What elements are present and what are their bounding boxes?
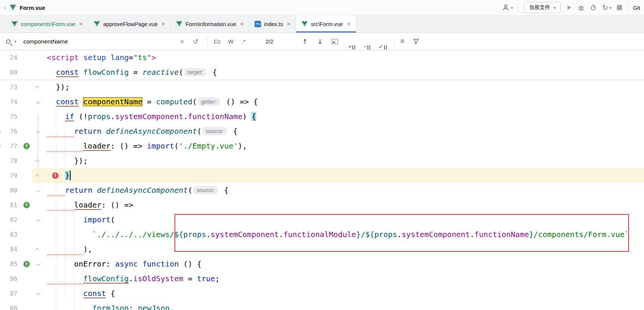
code-line-88[interactable]: 88 formJson: newJson, — [0, 301, 644, 310]
fold-end-icon[interactable] — [35, 248, 39, 252]
fold-collapse-icon[interactable] — [36, 261, 40, 265]
close-icon[interactable]: × — [162, 21, 165, 27]
run-configuration-selector[interactable]: 当前文件 ▾ — [524, 2, 561, 13]
code-line-80[interactable]: 80 return defineAsyncComponent(source: { — [0, 183, 644, 198]
green-arrow-gutter-icon[interactable]: ↑ — [23, 143, 30, 149]
search-in-selection-button[interactable] — [332, 33, 338, 50]
filter-search-button[interactable] — [413, 33, 419, 50]
rerun-button[interactable]: ↻ ▾ — [602, 4, 612, 11]
code-line-75[interactable]: 75 if (!props.systemComponent.functionNa… — [0, 109, 644, 124]
chevron-down-icon: ▾ — [610, 6, 612, 10]
gutter-edge-mark — [0, 109, 3, 124]
add-occurrence-button[interactable]: + — [348, 33, 355, 50]
profiler-button[interactable] — [590, 4, 597, 11]
line-number[interactable]: 77 — [3, 139, 20, 153]
filter-lines-button[interactable]: ≡ — [400, 33, 405, 50]
match-case-toggle[interactable]: Cc — [214, 33, 221, 50]
code-line-87[interactable]: 87 const { — [0, 286, 644, 301]
line-number[interactable]: 73 — [3, 80, 20, 95]
code-line-79[interactable]: 79 }! — [0, 168, 644, 183]
select-all-occurrences-button[interactable]: ✓ — [378, 33, 387, 50]
code-token: onError — [74, 259, 106, 268]
fold-end-icon[interactable] — [35, 174, 39, 178]
code-line-24[interactable]: 24<script setup lang="ts"> — [0, 50, 644, 65]
line-number[interactable]: 24 — [3, 50, 20, 65]
code-token: reactive — [142, 68, 179, 77]
fold-end-icon[interactable] — [35, 159, 39, 163]
tab-index.ts[interactable]: TSindex.ts× — [249, 16, 296, 33]
code-line-85[interactable]: 85↑ onError: async function () { — [0, 257, 644, 271]
gutter-edge-mark — [0, 286, 3, 301]
line-number[interactable]: 69 — [3, 65, 20, 80]
line-number[interactable]: 88 — [3, 301, 20, 310]
line-number[interactable]: 79 — [3, 168, 20, 183]
chevron-down-icon: ▾ — [554, 6, 556, 10]
stop-button[interactable] — [617, 5, 622, 10]
fold-collapse-icon[interactable] — [36, 99, 40, 103]
gutter-edge-mark — [0, 95, 3, 109]
close-icon[interactable]: × — [287, 21, 290, 27]
regex-toggle[interactable]: .* — [242, 33, 246, 50]
code-line-77[interactable]: 577↑ loader: () => import('./Empty.vue')… — [0, 139, 644, 153]
close-icon[interactable]: × — [240, 21, 244, 27]
annotation-red-box — [175, 214, 629, 252]
line-number[interactable]: 76 — [3, 124, 20, 139]
code-editor[interactable]: 24<script setup lang="ts">69 const flowC… — [0, 50, 644, 310]
fold-collapse-icon[interactable] — [36, 129, 40, 133]
code-token — [47, 127, 74, 136]
tab-components-form.vue[interactable]: components\Form.vue× — [6, 16, 88, 33]
code-text: const componentName = computed(getter: (… — [43, 95, 644, 109]
gutter-icon-cell — [20, 153, 32, 168]
tab-src-form.vue[interactable]: src\Form.vue× — [296, 16, 356, 33]
fold-collapse-icon[interactable] — [36, 291, 40, 295]
code-token: : () => — [111, 141, 147, 150]
line-number[interactable]: 85 — [3, 257, 20, 271]
clear-search-icon[interactable]: × — [180, 33, 184, 50]
whole-words-toggle[interactable]: W — [228, 33, 233, 50]
line-number[interactable]: 82 — [3, 212, 20, 227]
close-icon[interactable]: × — [79, 21, 83, 27]
line-number[interactable]: 74 — [3, 95, 20, 109]
code-line-86[interactable]: 86 flowConfig.isOldSystem = true; — [0, 271, 644, 286]
gutter-edge-mark — [0, 65, 3, 80]
tab-forminformation.vue[interactable]: FormInformation.vue× — [171, 16, 249, 33]
code-line-78[interactable]: 78 }); — [0, 153, 644, 168]
line-number[interactable]: 80 — [3, 183, 20, 198]
user-profile-button[interactable]: ▾ — [502, 4, 513, 11]
search-input[interactable]: componentName — [23, 33, 68, 50]
fold-collapse-icon[interactable] — [36, 188, 40, 192]
line-number[interactable]: 86 — [3, 271, 20, 286]
remove-occurrence-button[interactable]: − — [363, 33, 370, 50]
search-options-button[interactable] — [6, 33, 11, 50]
error-icon[interactable]: ! — [52, 172, 59, 179]
debug-button[interactable] — [578, 4, 585, 11]
code-line-76[interactable]: 676 return defineAsyncComponent(source: … — [0, 124, 644, 139]
close-icon[interactable]: × — [347, 21, 351, 27]
previous-match-button[interactable]: ↑ — [302, 33, 307, 50]
git-widget[interactable]: Git — [633, 5, 640, 11]
tab-approveflowpage.vue[interactable]: approveFlowPage.vue× — [88, 16, 171, 33]
code-token — [47, 112, 65, 121]
code-line-73[interactable]: 73 }); — [0, 80, 644, 95]
line-number[interactable]: 83 — [3, 227, 20, 242]
run-button[interactable] — [566, 5, 572, 11]
green-arrow-gutter-icon[interactable]: ↑ — [23, 261, 30, 267]
code-token: . — [183, 112, 188, 121]
line-number[interactable]: 87 — [3, 286, 20, 301]
search-history-icon[interactable]: ↺ — [193, 33, 198, 50]
line-number[interactable]: 75 — [3, 109, 20, 124]
line-number[interactable]: 84 — [3, 242, 20, 257]
code-line-69[interactable]: 69 const flowConfig = reactive(target: { — [0, 65, 644, 80]
code-text: formJson: newJson, — [43, 301, 644, 310]
green-arrow-gutter-icon[interactable]: ↑ — [23, 202, 30, 208]
line-number[interactable]: 81 — [3, 198, 20, 212]
tab-label: FormInformation.vue — [185, 21, 236, 27]
code-line-81[interactable]: 81↑ loader: () => — [0, 198, 644, 212]
line-number[interactable]: 78 — [3, 153, 20, 168]
fold-end-icon[interactable] — [35, 85, 39, 90]
code-token: functionName — [188, 112, 242, 121]
next-match-button[interactable]: ↓ — [317, 33, 323, 50]
fold-collapse-icon[interactable] — [36, 217, 40, 221]
code-token: ( — [111, 215, 115, 224]
code-line-74[interactable]: 74 const componentName = computed(getter… — [0, 95, 644, 109]
